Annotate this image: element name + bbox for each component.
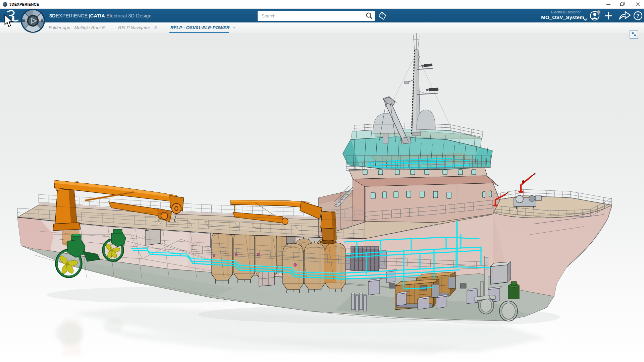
svg-text:?: ? [636, 13, 640, 19]
